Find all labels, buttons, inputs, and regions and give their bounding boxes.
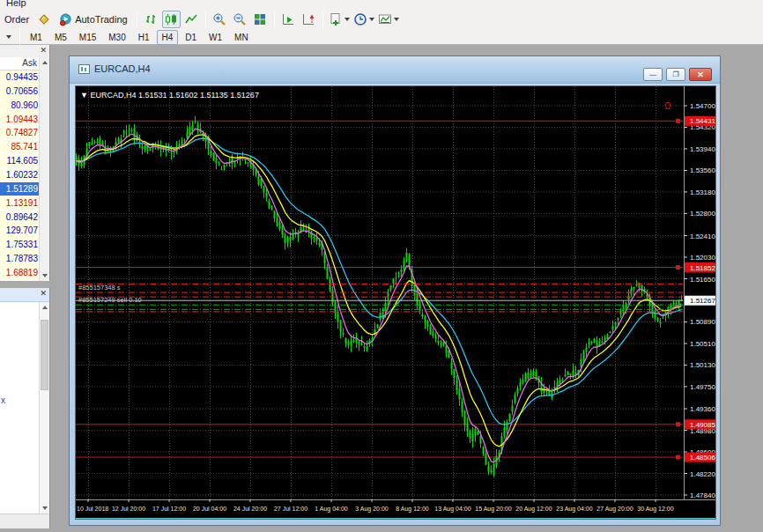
market-watch-row[interactable]: 0.89642 [0, 211, 40, 225]
svg-text:1.51852: 1.51852 [690, 264, 715, 272]
market-watch-row[interactable]: 1.75331 [0, 238, 40, 252]
market-watch-row[interactable]: 1.60232 [0, 168, 40, 182]
timeframe-MN[interactable]: MN [229, 30, 254, 45]
window-minimize-button[interactable]: — [643, 68, 663, 81]
ask-value: 0.74827 [6, 128, 38, 137]
svg-text:1.53180: 1.53180 [690, 188, 715, 196]
scrollbar-thumb[interactable] [41, 320, 48, 390]
ask-value: 1.68819 [6, 268, 38, 277]
market-watch-row[interactable]: 1.13191 [0, 196, 40, 211]
zoom-in-button[interactable] [211, 11, 229, 28]
menubar: Help [0, 0, 33, 10]
svg-text:17 Jul 12:00: 17 Jul 12:00 [152, 506, 186, 512]
svg-text:1.49085: 1.49085 [690, 421, 715, 429]
window-restore-button[interactable]: ❐ [666, 68, 685, 81]
window-close-button[interactable]: ✕ [689, 68, 712, 81]
ma_slow-line [77, 138, 682, 425]
autotrading-button[interactable]: AutoTrading [55, 11, 132, 28]
auto-scroll-icon [281, 12, 295, 26]
line-chart-button[interactable] [182, 11, 201, 28]
timeframe-M15[interactable]: M15 [74, 30, 101, 45]
ask-value: 0.94435 [6, 72, 38, 82]
periods-clock-icon [353, 12, 367, 26]
symbol-dropdown-button[interactable] [1, 28, 15, 46]
mt4-application: Help Order AutoTrading [0, 0, 763, 532]
market-watch-row[interactable]: 0.70656 [0, 85, 40, 99]
market-watch-row[interactable]: 1.78783 [0, 252, 40, 266]
timeframe-H4[interactable]: H4 [157, 30, 179, 45]
svg-text:15 Aug 20:00: 15 Aug 20:00 [475, 506, 511, 513]
navigator-item-fragment[interactable]: x [1, 395, 40, 405]
market-watch-row[interactable]: 1.51289 [0, 182, 40, 196]
chart-canvas[interactable]: Ω#855157348 s#855157249 sell 0.101.54700… [75, 85, 716, 520]
navigator-close-button[interactable]: ✕ [40, 289, 47, 298]
svg-text:27 Aug 20:00: 27 Aug 20:00 [596, 506, 633, 513]
scroll-up-icon[interactable] [42, 61, 48, 64]
ask-value: 1.60232 [6, 170, 38, 180]
svg-text:23 Aug 04:00: 23 Aug 04:00 [556, 506, 592, 513]
dropdown-caret-icon [369, 18, 374, 21]
candlestick-chart-button[interactable] [162, 11, 181, 28]
chart-window-body: Ω#855157348 s#855157249 sell 0.101.54700… [70, 84, 720, 525]
ask-value: 1.09443 [6, 115, 38, 124]
ma_fast-line [77, 129, 682, 462]
toolbar-main: Order AutoTrading [0, 10, 401, 29]
market-watch-row[interactable]: 0.94435 [0, 70, 40, 85]
chart-window-titlebar[interactable]: EURCAD,H4 —❐✕ [70, 56, 720, 84]
navigator-titlebar: ✕ [0, 288, 49, 302]
ask-value: 1.78783 [6, 254, 38, 263]
price-chart[interactable]: Ω#855157348 s#855157249 sell 0.101.54700… [75, 85, 716, 520]
market-watch-row[interactable]: 80.960 [0, 99, 40, 113]
scroll-down-icon[interactable] [42, 506, 48, 510]
svg-text:1.51650: 1.51650 [690, 276, 715, 284]
chart-shift-button[interactable] [300, 11, 318, 28]
market-watch-row[interactable]: 0.74827 [0, 126, 40, 140]
bar-chart-button[interactable] [142, 11, 160, 28]
new-chart-button[interactable] [328, 11, 351, 28]
market-watch-row[interactable]: 114.605 [0, 154, 40, 168]
svg-text:1.54700: 1.54700 [690, 102, 715, 110]
navigator-footer [0, 514, 49, 528]
zoom-out-button[interactable] [231, 11, 249, 28]
ask-value: 85.741 [11, 142, 38, 151]
new-order-button[interactable]: Order [0, 14, 33, 25]
market-watch-scrollbar[interactable] [39, 57, 49, 281]
market-watch-close-button[interactable]: ✕ [40, 46, 47, 55]
toolbar-separator [137, 11, 137, 27]
svg-text:1.52410: 1.52410 [690, 233, 715, 240]
scroll-up-icon[interactable] [42, 306, 48, 309]
chart-window-title: EURCAD,H4 [94, 63, 151, 74]
ask-value: 0.89642 [6, 212, 38, 222]
timeframe-D1[interactable]: D1 [180, 30, 202, 45]
navigator-scrollbar[interactable] [39, 302, 49, 514]
auto-scroll-button[interactable] [279, 11, 298, 28]
svg-text:1.47840: 1.47840 [690, 491, 715, 499]
zoom-in-icon [212, 12, 226, 26]
timeframe-W1[interactable]: W1 [204, 30, 227, 45]
svg-text:1.49360: 1.49360 [690, 405, 715, 413]
market-watch-row[interactable]: 1.09443 [0, 113, 40, 127]
svg-text:3 Aug 20:00: 3 Aug 20:00 [355, 506, 388, 513]
timeframe-M5[interactable]: M5 [49, 30, 72, 45]
market-watch-row[interactable]: 85.741 [0, 140, 40, 154]
timeframe-M30[interactable]: M30 [103, 30, 130, 45]
market-watch-row[interactable]: 1.68819 [0, 266, 40, 280]
timeframe-M1[interactable]: M1 [25, 30, 48, 45]
timeframe-H1[interactable]: H1 [133, 30, 155, 45]
order-label: #855157348 s [78, 284, 121, 292]
menu-help[interactable]: Help [0, 0, 33, 8]
svg-text:1.48220: 1.48220 [690, 470, 715, 478]
svg-text:13 Aug 04:00: 13 Aug 04:00 [434, 506, 470, 513]
ask-column-header[interactable]: Ask [0, 57, 40, 70]
templates-button[interactable] [377, 11, 400, 28]
svg-text:1.50510: 1.50510 [690, 340, 715, 348]
dropdown-caret-icon [394, 18, 399, 21]
tile-windows-button[interactable] [251, 11, 270, 28]
market-watch-row[interactable]: 129.707 [0, 224, 40, 238]
ohlc-readout: ▼ EURCAD,H4 1.51531 1.51602 1.51135 1.51… [80, 91, 259, 100]
order-lines-layer[interactable] [76, 284, 683, 312]
scroll-down-icon[interactable] [42, 274, 48, 277]
dropdown-caret-icon [344, 18, 350, 21]
gold-diamond-icon[interactable] [34, 11, 53, 28]
periods-button[interactable] [352, 11, 375, 28]
